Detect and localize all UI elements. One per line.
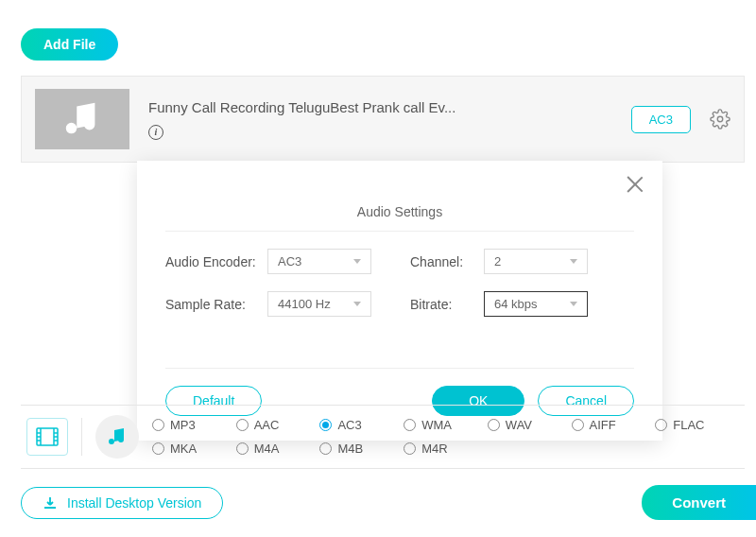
video-mode-icon[interactable]: [26, 418, 68, 456]
format-badge[interactable]: AC3: [631, 106, 691, 133]
chevron-down-icon: [353, 259, 361, 264]
format-option-flac[interactable]: FLAC: [655, 418, 739, 432]
format-option-aiff[interactable]: AIFF: [572, 418, 656, 432]
chevron-down-icon: [570, 302, 577, 306]
file-title: Funny Call Recording TeluguBest Prank ca…: [148, 99, 612, 115]
format-option-wma[interactable]: WMA: [404, 418, 488, 432]
format-bar: MP3AACAC3WMAWAVAIFFFLACMKAM4AM4BM4R: [21, 405, 745, 469]
channel-select[interactable]: 2: [484, 249, 588, 274]
file-info: Funny Call Recording TeluguBest Prank ca…: [148, 99, 612, 140]
sample-rate-select[interactable]: 44100 Hz: [267, 291, 371, 317]
format-option-aac[interactable]: AAC: [236, 418, 320, 432]
gear-icon[interactable]: [710, 109, 730, 130]
radio-icon: [236, 419, 249, 431]
close-icon[interactable]: [625, 174, 645, 195]
format-option-m4r[interactable]: M4R: [404, 442, 488, 456]
format-option-m4a[interactable]: M4A: [236, 442, 320, 456]
radio-icon: [319, 419, 332, 431]
dialog-title: Audio Settings: [165, 178, 634, 232]
audio-mode-icon[interactable]: [95, 415, 139, 459]
bitrate-select[interactable]: 64 kbps: [484, 291, 588, 317]
music-note-icon: [60, 97, 104, 141]
radio-icon: [404, 419, 416, 431]
convert-button[interactable]: Convert: [642, 485, 756, 520]
format-options: MP3AACAC3WMAWAVAIFFFLACMKAM4AM4BM4R: [152, 418, 739, 456]
format-option-mp3[interactable]: MP3: [152, 418, 236, 432]
radio-icon: [236, 442, 249, 455]
radio-icon: [152, 419, 164, 431]
radio-icon: [488, 419, 500, 431]
download-icon: [43, 496, 58, 510]
chevron-down-icon: [570, 259, 577, 264]
radio-icon: [572, 419, 584, 431]
encoder-label: Audio Encoder:: [165, 254, 260, 269]
format-option-wav[interactable]: WAV: [488, 418, 572, 432]
radio-icon: [404, 442, 416, 455]
file-card: Funny Call Recording TeluguBest Prank ca…: [21, 76, 745, 163]
radio-icon: [152, 442, 164, 455]
format-option-mka[interactable]: MKA: [152, 442, 236, 456]
chevron-down-icon: [353, 302, 361, 306]
radio-icon: [655, 419, 667, 431]
install-desktop-button[interactable]: Install Desktop Version: [21, 487, 223, 519]
svg-point-0: [717, 116, 723, 122]
encoder-select[interactable]: AC3: [267, 249, 371, 274]
format-option-ac3[interactable]: AC3: [319, 418, 404, 432]
separator: [81, 418, 82, 456]
format-option-m4b[interactable]: M4B: [319, 442, 404, 456]
sample-rate-label: Sample Rate:: [165, 297, 260, 312]
radio-icon: [319, 442, 332, 455]
bitrate-label: Bitrate:: [410, 297, 476, 312]
footer: Install Desktop Version Convert: [21, 485, 745, 520]
file-thumbnail: [35, 89, 129, 149]
audio-settings-dialog: Audio Settings Audio Encoder: AC3 Channe…: [137, 161, 662, 441]
channel-label: Channel:: [410, 254, 476, 269]
add-file-button[interactable]: Add File: [21, 28, 118, 61]
info-icon[interactable]: i: [148, 125, 163, 140]
